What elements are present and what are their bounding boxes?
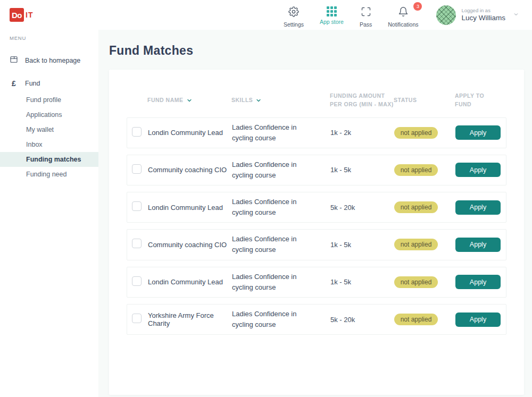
pass-label: Pass [360,21,372,28]
app-store-button[interactable]: App store [320,2,344,25]
table-header: FUND NAME SKILLS FUNDING AMOUNT PER ORG … [127,92,506,117]
logged-in-as-label: Logged in as [461,7,505,14]
skill-cell: Ladies Confidence in cycling course [232,159,330,181]
app-store-label: App store [320,19,344,25]
column-header-funding-amount: FUNDING AMOUNT PER ORG (MIN - MAX) [330,92,394,109]
sidebar-item-inbox[interactable]: Inbox [0,137,98,152]
bell-icon [398,6,409,19]
settings-button[interactable]: Settings [284,2,304,28]
skill-cell: Ladies Confidence in cycling course [232,234,330,255]
skill-cell: Ladies Confidence in cycling course [232,272,330,293]
notifications-count-badge: 3 [413,2,422,11]
logo-do-mark: Do [10,8,24,22]
menu-section-label: MENU [0,35,98,41]
status-badge: not applied [394,239,438,250]
fund-name-cell: Community coaching CIO [148,241,232,249]
fund-name-cell: Londin Community Lead [148,204,232,212]
fund-name-cell: Yorkshire Army Force Charity [148,311,232,327]
top-bar: Do IT Settings App store Pass [0,0,532,30]
skill-cell: Ladies Confidence in cycling course [232,197,330,218]
sidebar-item-back-to-homepage[interactable]: Back to homepage [0,50,98,70]
status-badge: not applied [394,201,438,213]
table-row: Community coaching CIO Ladies Confidence… [127,229,506,260]
row-checkbox[interactable] [132,239,142,248]
column-header-status: STATUS [394,96,455,105]
sidebar-item-applications[interactable]: Applications [0,107,98,122]
status-badge: not applied [394,127,438,139]
apply-button[interactable]: Apply [455,238,501,252]
row-checkbox[interactable] [132,276,142,286]
sidebar-item-fund-profile[interactable]: Fund profile [0,92,98,107]
user-name: Lucy Williams [461,14,505,23]
status-badge: not applied [394,164,438,176]
sidebar-item-my-wallet[interactable]: My wallet [0,122,98,137]
avatar [436,5,456,25]
row-checkbox[interactable] [132,314,142,323]
sidebar-item-funding-matches[interactable]: Funding matches [0,152,98,167]
fund-name-cell: Londin Community Lead [148,129,232,137]
pass-button[interactable]: Pass [360,2,372,28]
row-checkbox[interactable] [132,164,142,174]
pound-icon: £ [10,79,18,88]
gear-icon [288,6,299,19]
amount-cell: 1k - 5k [330,166,394,174]
skill-cell: Ladies Confidence in cycling course [232,122,330,143]
sort-chevron-icon [255,97,262,104]
row-checkbox[interactable] [132,201,142,211]
table-row: Londin Community Lead Ladies Confidence … [127,267,506,298]
amount-cell: 5k - 20k [330,204,394,212]
status-badge: not applied [394,314,438,325]
row-checkbox[interactable] [132,127,142,137]
apply-button[interactable]: Apply [455,312,501,327]
status-badge: not applied [394,276,438,288]
sidebar-item-funding-need[interactable]: Funding need [0,167,98,182]
apply-button[interactable]: Apply [455,125,501,140]
fund-label: Fund [25,80,40,87]
doit-logo[interactable]: Do IT [10,8,33,22]
notifications-label: Notifications [388,21,418,28]
fund-matches-card: FUND NAME SKILLS FUNDING AMOUNT PER ORG … [109,70,524,395]
window-icon [10,55,18,65]
sidebar-item-fund[interactable]: £ Fund [0,74,98,92]
column-header-skills[interactable]: SKILLS [231,96,330,105]
main-content: Fund Matches FUND NAME SKILLS FUNDING AM… [98,30,532,397]
apply-button[interactable]: Apply [455,163,501,177]
fund-name-header-label: FUND NAME [147,96,184,105]
amount-cell: 1k - 5k [330,278,394,286]
logo-it-text: IT [26,11,33,19]
fund-name-cell: Londin Community Lead [148,278,232,286]
scan-frame-icon [361,6,371,19]
fund-name-cell: Community coaching CIO [148,166,232,174]
amount-cell: 1k - 5k [330,241,394,249]
amount-cell: 5k - 20k [330,316,394,324]
app-root: Do IT Settings App store Pass [0,0,532,397]
column-header-apply: APPLY TO FUND [455,92,502,109]
table-row: Londin Community Lead Ladies Confidence … [127,117,506,148]
chevron-down-icon [511,10,519,20]
page-title: Fund Matches [109,44,524,58]
sidebar: MENU Back to homepage £ Fund Fund profil… [0,30,98,397]
skill-cell: Ladies Confidence in cycling course [232,309,330,330]
settings-label: Settings [284,21,304,28]
apply-button[interactable]: Apply [455,275,501,289]
sort-chevron-icon [186,97,193,104]
app-grid-icon [327,6,337,16]
user-menu[interactable]: Logged in as Lucy Williams [436,5,519,25]
skills-header-label: SKILLS [231,96,253,105]
table-row: Londin Community Lead Ladies Confidence … [127,192,506,223]
table-row: Community coaching CIO Ladies Confidence… [127,155,506,185]
apply-button[interactable]: Apply [455,200,501,215]
topbar-actions: Settings App store Pass 3 Notificati [284,2,418,28]
notifications-button[interactable]: 3 Notifications [388,2,418,28]
column-header-fund-name[interactable]: FUND NAME [147,96,231,105]
back-to-homepage-label: Back to homepage [25,57,80,64]
amount-cell: 1k - 2k [330,129,394,137]
table-row: Yorkshire Army Force Charity Ladies Conf… [127,304,506,335]
